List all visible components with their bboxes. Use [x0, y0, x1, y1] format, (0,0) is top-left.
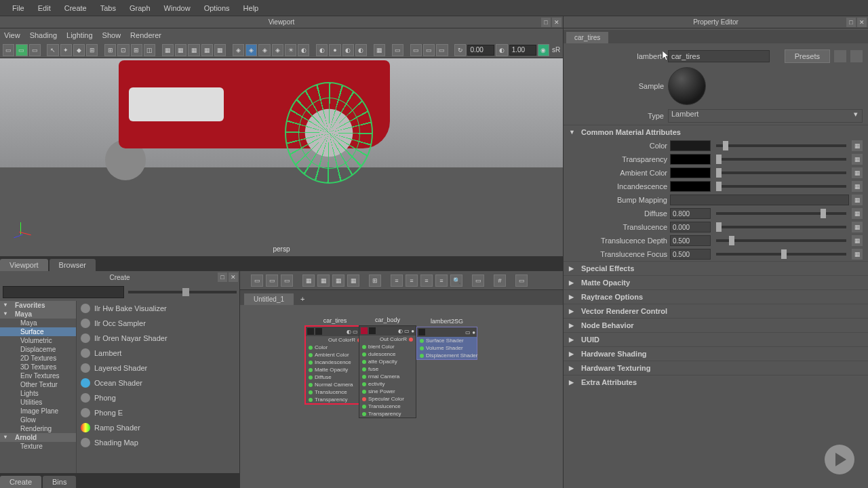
- tree-item[interactable]: Utilities: [0, 398, 76, 407]
- transparency-slider[interactable]: [716, 158, 846, 161]
- ne-tool-icon[interactable]: ▭: [515, 274, 528, 287]
- tool-icon[interactable]: ▦: [175, 44, 186, 56]
- presets-button[interactable]: Presets: [785, 49, 830, 63]
- tool-icon[interactable]: ◐: [342, 44, 354, 56]
- shader-list[interactable]: Ilr Hw Bake Visualizer Ilr Occ Sampler I…: [76, 301, 239, 473]
- tree-item[interactable]: Displaceme: [0, 345, 76, 354]
- tool-icon[interactable]: ▦: [201, 44, 213, 56]
- list-item[interactable]: Ramp Shader: [77, 420, 239, 435]
- node-lambert2sg[interactable]: lambert2SG ▭ ● Surface Shader Volume Sha…: [416, 327, 477, 360]
- node-car-tires[interactable]: car_tires ◐ ▭ ● Out ColorR Color Ambient…: [304, 325, 366, 405]
- create-tree[interactable]: Favorites Maya Maya Surface Volumetric D…: [0, 301, 76, 473]
- viewport-minimize-icon[interactable]: □: [541, 18, 551, 27]
- show-hide-icon[interactable]: [834, 50, 846, 62]
- list-item[interactable]: Lambert: [77, 346, 239, 361]
- tool-icon[interactable]: ◐: [355, 44, 367, 56]
- tree-item[interactable]: Image Plane: [0, 407, 76, 415]
- map-button-icon[interactable]: ▦: [852, 195, 863, 205]
- list-item[interactable]: Phong E: [77, 405, 239, 420]
- gamma-input[interactable]: [509, 45, 536, 56]
- trans-focus-input[interactable]: [670, 249, 711, 260]
- tab-viewport[interactable]: Viewport: [0, 259, 48, 271]
- section-special-effects[interactable]: ▶Special Effects: [564, 261, 868, 275]
- menu-options[interactable]: Options: [197, 4, 237, 12]
- ne-tool-icon[interactable]: ≡: [391, 274, 403, 287]
- tree-surface[interactable]: Surface: [0, 327, 76, 336]
- tool-icon[interactable]: ↖: [47, 44, 58, 56]
- ne-tool-icon[interactable]: ▦: [317, 274, 330, 287]
- tool-icon[interactable]: ◈: [258, 44, 270, 56]
- ne-search-icon[interactable]: 🔍: [450, 274, 462, 287]
- ambient-slider[interactable]: [716, 171, 846, 174]
- tree-item[interactable]: Env Textures: [0, 371, 76, 380]
- tool-icon[interactable]: ⊡: [117, 44, 129, 56]
- translucence-input[interactable]: [670, 222, 711, 232]
- vp-menu-show[interactable]: Show: [102, 31, 121, 39]
- vp-menu-renderer[interactable]: Renderer: [130, 31, 161, 39]
- create-min-icon[interactable]: □: [218, 272, 227, 282]
- tree-item[interactable]: Rendering: [0, 424, 76, 433]
- tool-icon[interactable]: ◐: [316, 44, 328, 56]
- tree-item[interactable]: 2D Textures: [0, 354, 76, 363]
- tool-icon[interactable]: ▭: [423, 44, 435, 56]
- tree-maya[interactable]: Maya: [0, 310, 76, 319]
- tree-item[interactable]: Other Textur: [0, 380, 76, 389]
- create-search-input[interactable]: [3, 286, 124, 298]
- menu-tabs[interactable]: Tabs: [94, 4, 123, 12]
- exposure-input[interactable]: [467, 45, 494, 56]
- tab-create[interactable]: Create: [0, 476, 41, 488]
- trans-focus-slider[interactable]: [716, 253, 846, 256]
- tool-icon[interactable]: ◫: [144, 44, 155, 56]
- cube-icon[interactable]: ◈: [233, 44, 244, 56]
- type-select[interactable]: Lambert: [668, 109, 863, 123]
- tree-item[interactable]: Texture: [0, 442, 76, 451]
- trans-depth-input[interactable]: [670, 235, 711, 246]
- incandescence-swatch[interactable]: [670, 181, 711, 192]
- list-item[interactable]: Ilr Occ Sampler: [77, 316, 239, 331]
- diffuse-input[interactable]: [670, 208, 711, 219]
- tool-icon[interactable]: ▦: [374, 44, 385, 56]
- ne-tool-icon[interactable]: ▦: [302, 274, 315, 287]
- menu-help[interactable]: Help: [237, 4, 266, 12]
- vp-menu-lighting[interactable]: Lighting: [66, 31, 93, 39]
- tool-icon[interactable]: ◐: [496, 44, 507, 56]
- list-item[interactable]: Shading Map: [77, 435, 239, 450]
- viewport-3d[interactable]: persp: [0, 58, 563, 256]
- ne-tool-icon[interactable]: ≡: [420, 274, 433, 287]
- map-button-icon[interactable]: ▦: [852, 140, 863, 151]
- section-node-behavior[interactable]: ▶Node Behavior: [564, 318, 868, 332]
- node-canvas[interactable]: car_tires ◐ ▭ ● Out ColorR Color Ambient…: [240, 305, 563, 488]
- list-item[interactable]: Phong: [77, 390, 239, 405]
- tool-icon[interactable]: ▭: [392, 44, 403, 56]
- section-hw-texturing[interactable]: ▶Hardware Texturing: [564, 361, 868, 375]
- list-item[interactable]: Layered Shader: [77, 361, 239, 375]
- transparency-swatch[interactable]: [670, 154, 711, 165]
- tree-item[interactable]: Maya: [0, 319, 76, 327]
- menu-edit[interactable]: Edit: [31, 4, 58, 12]
- tree-item[interactable]: 3D Textures: [0, 363, 76, 371]
- ne-tool-icon[interactable]: #: [494, 274, 506, 287]
- tree-favorites[interactable]: Favorites: [0, 301, 76, 310]
- map-button-icon[interactable]: ▦: [852, 208, 863, 219]
- ne-tool-icon[interactable]: ⊞: [369, 274, 381, 287]
- material-name-input[interactable]: [668, 50, 770, 62]
- tool-icon[interactable]: ◆: [73, 44, 85, 56]
- map-button-icon[interactable]: ▦: [852, 167, 863, 178]
- tool-icon[interactable]: ⊞: [86, 44, 98, 56]
- map-button-icon[interactable]: ▦: [852, 154, 863, 165]
- color-slider[interactable]: [716, 144, 846, 147]
- ne-tool-icon[interactable]: ≡: [406, 274, 418, 287]
- section-hw-shading[interactable]: ▶Hardware Shading: [564, 346, 868, 361]
- map-button-icon[interactable]: ▦: [852, 249, 863, 260]
- ne-tool-icon[interactable]: ▭: [472, 274, 484, 287]
- ne-tab-add[interactable]: +: [295, 293, 310, 305]
- ne-tool-icon[interactable]: ▭: [281, 274, 293, 287]
- section-vector[interactable]: ▶Vector Renderer Control: [564, 304, 868, 318]
- tool-icon[interactable]: ⊞: [131, 44, 142, 56]
- incandescence-slider[interactable]: [716, 185, 846, 188]
- section-uuid[interactable]: ▶UUID: [564, 332, 868, 346]
- tool-icon[interactable]: ◈: [272, 44, 283, 56]
- select-tool-icon[interactable]: ▭: [3, 44, 14, 56]
- tool-icon[interactable]: ▭: [410, 44, 422, 56]
- tree-arnold[interactable]: Arnold: [0, 433, 76, 442]
